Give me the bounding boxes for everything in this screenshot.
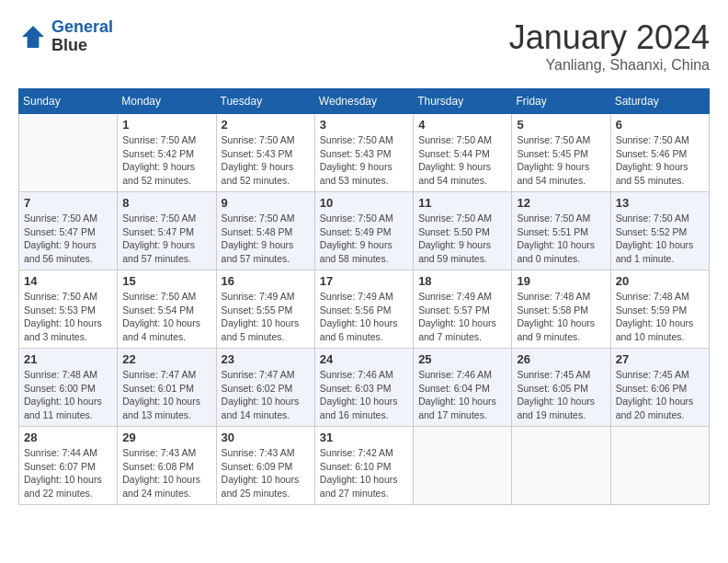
day-info: Sunrise: 7:48 AM Sunset: 6:00 PM Dayligh… [24, 368, 112, 422]
calendar-cell [512, 427, 610, 505]
calendar-cell: 27Sunrise: 7:45 AM Sunset: 6:06 PM Dayli… [610, 349, 709, 427]
day-number: 6 [616, 118, 704, 132]
calendar-cell: 20Sunrise: 7:48 AM Sunset: 5:59 PM Dayli… [610, 270, 709, 349]
day-info: Sunrise: 7:50 AM Sunset: 5:50 PM Dayligh… [418, 212, 506, 266]
day-info: Sunrise: 7:50 AM Sunset: 5:48 PM Dayligh… [222, 212, 310, 266]
weekday-header-thursday: Thursday [414, 89, 512, 114]
calendar-week-row: 28Sunrise: 7:44 AM Sunset: 6:07 PM Dayli… [19, 427, 710, 505]
day-info: Sunrise: 7:48 AM Sunset: 5:58 PM Dayligh… [517, 290, 605, 344]
day-info: Sunrise: 7:42 AM Sunset: 6:10 PM Dayligh… [320, 446, 408, 500]
day-number: 5 [517, 118, 605, 132]
day-info: Sunrise: 7:48 AM Sunset: 5:59 PM Dayligh… [616, 290, 704, 344]
day-info: Sunrise: 7:46 AM Sunset: 6:03 PM Dayligh… [320, 368, 408, 422]
svg-marker-0 [22, 26, 44, 48]
day-number: 26 [517, 352, 605, 366]
calendar-cell: 15Sunrise: 7:50 AM Sunset: 5:54 PM Dayli… [118, 270, 216, 349]
day-number: 23 [222, 352, 310, 366]
day-number: 11 [418, 196, 506, 210]
calendar-cell: 13Sunrise: 7:50 AM Sunset: 5:52 PM Dayli… [610, 192, 709, 270]
day-number: 19 [517, 274, 605, 288]
day-info: Sunrise: 7:50 AM Sunset: 5:46 PM Dayligh… [616, 133, 704, 188]
day-info: Sunrise: 7:50 AM Sunset: 5:47 PM Dayligh… [122, 212, 210, 266]
day-info: Sunrise: 7:44 AM Sunset: 6:07 PM Dayligh… [24, 446, 112, 500]
day-number: 22 [122, 352, 210, 366]
page-header: General Blue January 2024 Yanliang, Shaa… [18, 18, 710, 74]
logo-line1: General [51, 17, 113, 36]
day-info: Sunrise: 7:49 AM Sunset: 5:57 PM Dayligh… [418, 290, 506, 344]
day-info: Sunrise: 7:50 AM Sunset: 5:47 PM Dayligh… [24, 212, 112, 266]
weekday-header-monday: Monday [118, 89, 216, 114]
day-info: Sunrise: 7:49 AM Sunset: 5:55 PM Dayligh… [222, 290, 310, 344]
day-info: Sunrise: 7:50 AM Sunset: 5:43 PM Dayligh… [222, 133, 310, 188]
calendar-cell: 1Sunrise: 7:50 AM Sunset: 5:42 PM Daylig… [118, 114, 216, 192]
day-info: Sunrise: 7:47 AM Sunset: 6:01 PM Dayligh… [122, 368, 210, 422]
day-info: Sunrise: 7:50 AM Sunset: 5:43 PM Dayligh… [320, 133, 408, 188]
calendar-week-row: 14Sunrise: 7:50 AM Sunset: 5:53 PM Dayli… [19, 270, 710, 349]
weekday-header-tuesday: Tuesday [216, 89, 314, 114]
day-number: 24 [320, 352, 408, 366]
day-number: 2 [222, 118, 310, 132]
logo-line2: Blue [51, 37, 113, 55]
day-number: 28 [24, 431, 112, 444]
day-number: 7 [24, 196, 112, 210]
day-number: 21 [24, 352, 112, 366]
calendar-cell [610, 427, 709, 505]
title-block: January 2024 Yanliang, Shaanxi, China [509, 18, 710, 74]
calendar-cell: 6Sunrise: 7:50 AM Sunset: 5:46 PM Daylig… [610, 114, 709, 192]
month-year: January 2024 [509, 18, 710, 57]
calendar-cell: 30Sunrise: 7:43 AM Sunset: 6:09 PM Dayli… [216, 427, 314, 505]
calendar-cell: 17Sunrise: 7:49 AM Sunset: 5:56 PM Dayli… [314, 270, 413, 349]
day-info: Sunrise: 7:50 AM Sunset: 5:51 PM Dayligh… [517, 212, 605, 266]
day-info: Sunrise: 7:45 AM Sunset: 6:05 PM Dayligh… [517, 368, 605, 422]
calendar-cell: 2Sunrise: 7:50 AM Sunset: 5:43 PM Daylig… [216, 114, 314, 192]
calendar-cell: 24Sunrise: 7:46 AM Sunset: 6:03 PM Dayli… [314, 349, 413, 427]
calendar-cell: 3Sunrise: 7:50 AM Sunset: 5:43 PM Daylig… [314, 114, 413, 192]
day-number: 30 [222, 431, 310, 444]
day-number: 29 [122, 431, 210, 444]
calendar-cell: 16Sunrise: 7:49 AM Sunset: 5:55 PM Dayli… [216, 270, 314, 349]
calendar-cell: 12Sunrise: 7:50 AM Sunset: 5:51 PM Dayli… [512, 192, 610, 270]
day-number: 31 [320, 431, 408, 444]
day-info: Sunrise: 7:50 AM Sunset: 5:49 PM Dayligh… [320, 212, 408, 266]
day-number: 16 [222, 274, 310, 288]
calendar-cell: 26Sunrise: 7:45 AM Sunset: 6:05 PM Dayli… [512, 349, 610, 427]
day-number: 15 [122, 274, 210, 288]
day-number: 10 [320, 196, 408, 210]
day-info: Sunrise: 7:43 AM Sunset: 6:08 PM Dayligh… [122, 446, 210, 500]
weekday-header-saturday: Saturday [610, 89, 709, 114]
day-info: Sunrise: 7:50 AM Sunset: 5:45 PM Dayligh… [517, 133, 605, 188]
day-number: 14 [24, 274, 112, 288]
day-number: 3 [320, 118, 408, 132]
calendar-table: SundayMondayTuesdayWednesdayThursdayFrid… [18, 88, 710, 505]
day-info: Sunrise: 7:50 AM Sunset: 5:53 PM Dayligh… [24, 290, 112, 344]
day-info: Sunrise: 7:47 AM Sunset: 6:02 PM Dayligh… [222, 368, 310, 422]
day-info: Sunrise: 7:43 AM Sunset: 6:09 PM Dayligh… [222, 446, 310, 500]
weekday-header-wednesday: Wednesday [314, 89, 413, 114]
day-info: Sunrise: 7:50 AM Sunset: 5:54 PM Dayligh… [122, 290, 210, 344]
day-number: 12 [517, 196, 605, 210]
day-info: Sunrise: 7:50 AM Sunset: 5:44 PM Dayligh… [418, 133, 506, 188]
day-number: 27 [616, 352, 704, 366]
weekday-header-friday: Friday [512, 89, 610, 114]
calendar-cell: 14Sunrise: 7:50 AM Sunset: 5:53 PM Dayli… [19, 270, 118, 349]
calendar-cell: 18Sunrise: 7:49 AM Sunset: 5:57 PM Dayli… [414, 270, 512, 349]
calendar-cell: 10Sunrise: 7:50 AM Sunset: 5:49 PM Dayli… [314, 192, 413, 270]
calendar-cell: 23Sunrise: 7:47 AM Sunset: 6:02 PM Dayli… [216, 349, 314, 427]
location: Yanliang, Shaanxi, China [509, 57, 710, 74]
day-number: 25 [418, 352, 506, 366]
day-number: 18 [418, 274, 506, 288]
calendar-cell: 22Sunrise: 7:47 AM Sunset: 6:01 PM Dayli… [118, 349, 216, 427]
calendar-cell: 21Sunrise: 7:48 AM Sunset: 6:00 PM Dayli… [19, 349, 118, 427]
logo: General Blue [18, 18, 113, 55]
day-number: 9 [222, 196, 310, 210]
day-number: 17 [320, 274, 408, 288]
calendar-cell: 19Sunrise: 7:48 AM Sunset: 5:58 PM Dayli… [512, 270, 610, 349]
logo-text: General Blue [51, 18, 113, 55]
calendar-cell: 31Sunrise: 7:42 AM Sunset: 6:10 PM Dayli… [314, 427, 413, 505]
calendar-cell: 29Sunrise: 7:43 AM Sunset: 6:08 PM Dayli… [118, 427, 216, 505]
day-info: Sunrise: 7:49 AM Sunset: 5:56 PM Dayligh… [320, 290, 408, 344]
calendar-cell: 5Sunrise: 7:50 AM Sunset: 5:45 PM Daylig… [512, 114, 610, 192]
calendar-cell: 4Sunrise: 7:50 AM Sunset: 5:44 PM Daylig… [414, 114, 512, 192]
calendar-cell: 9Sunrise: 7:50 AM Sunset: 5:48 PM Daylig… [216, 192, 314, 270]
day-info: Sunrise: 7:50 AM Sunset: 5:42 PM Dayligh… [122, 133, 210, 188]
